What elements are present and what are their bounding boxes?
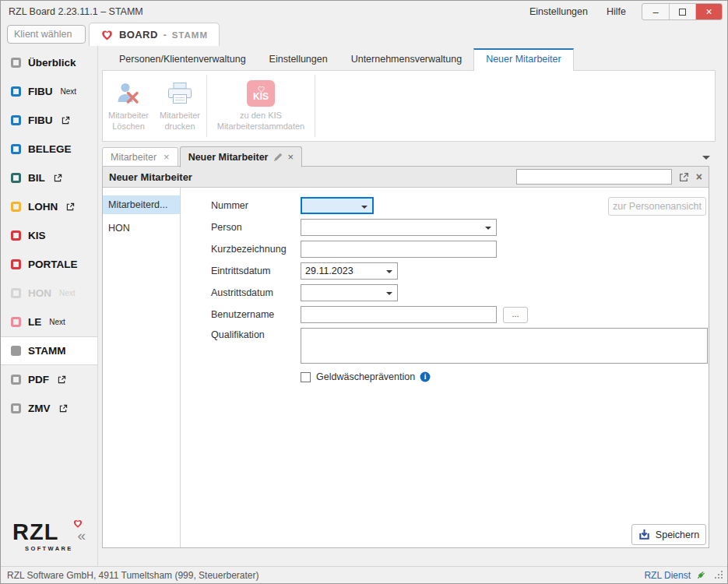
nav-item-mitarbeiterdaten[interactable]: Mitarbeiterd...	[103, 195, 180, 214]
ribbon-separator	[315, 75, 315, 137]
sidebar-item-fibu[interactable]: FIBU	[1, 106, 97, 135]
hon-next-module-icon	[11, 288, 21, 298]
kis-logo-icon: KIS	[247, 80, 275, 107]
status-bar: RZL Software GmbH, 4911 Tumeltsham (999,…	[1, 566, 727, 583]
geldwaesche-checkbox[interactable]	[301, 372, 311, 382]
chevron-down-icon	[386, 270, 392, 273]
external-link-icon	[62, 116, 70, 125]
rzl-dienst-link[interactable]: RZL Dienst	[644, 570, 691, 581]
window-title: RZL Board 2.23.11.1 – STAMM	[9, 6, 143, 17]
ribbon-tab-unternehmensverwaltung[interactable]: Unternehmensverwaltung	[339, 49, 473, 70]
external-link-icon	[54, 174, 62, 182]
tab-close-icon[interactable]: ×	[164, 151, 170, 163]
nummer-label: Nummer	[211, 200, 301, 211]
panel-body: Mitarbeiterd... HON Nummer Person	[103, 188, 709, 547]
main-area: Personen/Klientenverwaltung Einstellunge…	[98, 46, 727, 566]
pdf-module-icon	[11, 375, 21, 385]
ribbon-tab-personen-klientenverwaltung[interactable]: Personen/Klientenverwaltung	[107, 49, 258, 70]
panel-search-input[interactable]	[516, 169, 672, 185]
mitarbeiter-drucken-button[interactable]: Mitarbeiterdrucken	[154, 73, 206, 139]
ribbon-tab-strip: Personen/Klientenverwaltung Einstellunge…	[98, 46, 727, 70]
info-icon[interactable]: i	[420, 371, 431, 382]
external-link-icon	[58, 375, 66, 384]
board-tab-product: BOARD	[119, 29, 158, 40]
chevron-down-icon	[485, 227, 491, 230]
ribbon-tab-einstellungen[interactable]: Einstellungen	[258, 49, 339, 70]
maximize-button[interactable]	[669, 4, 695, 19]
save-button[interactable]: Speichern	[631, 524, 706, 545]
resize-grip[interactable]	[715, 571, 723, 579]
client-select-input[interactable]	[7, 25, 86, 44]
sidebar-item-bil[interactable]: BIL	[1, 164, 97, 192]
benutzername-browse-button[interactable]: ...	[503, 307, 528, 323]
board-tab-separator: -	[164, 30, 167, 40]
kurzbezeichnung-label: Kurzbezeichnung	[211, 244, 301, 255]
sidebar-item-portale[interactable]: PORTALE	[1, 250, 97, 279]
sidebar-item-zmv[interactable]: ZMV	[1, 394, 97, 423]
stamm-module-icon	[11, 346, 21, 356]
sidebar-item-pdf[interactable]: PDF	[1, 365, 97, 394]
nummer-combobox[interactable]	[301, 197, 374, 214]
sidebar-item-stamm[interactable]: STAMM	[1, 336, 97, 365]
austrittsdatum-datepicker[interactable]	[301, 284, 398, 301]
sidebar-item-hon-next[interactable]: HON Next	[1, 279, 97, 308]
ribbon-toolbar: MitarbeiterLöschen Mitarbeiterdrucken	[102, 70, 716, 142]
pencil-edit-icon	[273, 153, 283, 162]
sidebar-item-le-next[interactable]: LE Next	[1, 308, 97, 336]
qualifikation-textarea[interactable]	[301, 328, 708, 364]
eintrittsdatum-datepicker[interactable]: 29.11.2023	[301, 262, 398, 280]
fibu-next-module-icon	[11, 86, 21, 97]
doc-tab-mitarbeiter[interactable]: Mitarbeiter ×	[102, 147, 178, 167]
person-combobox[interactable]	[301, 219, 497, 236]
sidebar-item-fibu-next[interactable]: FIBU Next	[1, 77, 97, 106]
portale-module-icon	[11, 259, 21, 269]
rzl-board-window: RZL Board 2.23.11.1 – STAMM Einstellunge…	[0, 0, 728, 584]
svg-text:i: i	[424, 373, 427, 381]
sidebar-item-belege[interactable]: BELEGE	[1, 135, 97, 164]
ribbon-separator	[206, 75, 207, 137]
rzl-heart-icon	[100, 29, 114, 41]
nav-item-hon[interactable]: HON	[103, 219, 180, 237]
doc-tab-neuer-mitarbeiter[interactable]: Neuer Mitarbeiter ×	[180, 146, 302, 167]
rzl-logo: RZL SOFTWARE	[12, 521, 73, 552]
austrittsdatum-label: Austrittsdatum	[211, 287, 301, 298]
external-link-icon	[59, 404, 68, 413]
sidebar-item-kis[interactable]: KIS	[1, 221, 97, 250]
chevron-down-icon[interactable]	[702, 156, 710, 160]
kurzbezeichnung-input[interactable]	[301, 241, 497, 258]
close-icon: ×	[705, 5, 712, 18]
board-stamm-tab[interactable]: BOARD - STAMM	[89, 23, 220, 46]
menu-einstellungen[interactable]: Einstellungen	[520, 6, 597, 17]
le-next-module-icon	[11, 317, 21, 327]
neuer-mitarbeiter-panel: Neuer Mitarbeiter × Mitarbeiterd... HON …	[102, 166, 709, 548]
qualifikation-label: Qualifikation	[211, 328, 301, 340]
page-title: Neuer Mitarbeiter	[109, 171, 192, 183]
printer-icon	[167, 82, 193, 105]
kis-module-icon	[11, 230, 21, 241]
ribbon-tab-neuer-mitarbeiter[interactable]: Neuer Mitarbeiter	[473, 48, 574, 71]
module-sidebar: Überblick FIBU Next FIBU BELEGE BIL LOHN	[1, 46, 98, 566]
benutzername-input[interactable]	[301, 306, 497, 323]
mitarbeiter-loeschen-button[interactable]: MitarbeiterLöschen	[103, 73, 154, 139]
kis-stammdaten-button[interactable]: KIS zu den KISMitarbeiterstammdaten	[208, 73, 314, 139]
board-tab-module: STAMM	[172, 30, 208, 40]
lohn-module-icon	[11, 202, 21, 212]
sidebar-item-ueberblick[interactable]: Überblick	[1, 48, 97, 77]
app-header-row: BOARD - STAMM	[1, 23, 727, 46]
minimize-button[interactable]: –	[642, 4, 669, 19]
minimize-icon: –	[652, 6, 658, 18]
person-delete-icon	[116, 81, 141, 106]
chevron-down-icon	[361, 206, 368, 209]
panel-close-icon[interactable]: ×	[696, 171, 702, 182]
eintrittsdatum-label: Eintrittsdatum	[211, 266, 301, 276]
menu-hilfe[interactable]: Hilfe	[597, 6, 635, 17]
popout-icon[interactable]	[679, 172, 689, 182]
tab-close-icon[interactable]: ×	[287, 151, 294, 163]
sidebar-collapse-chevron[interactable]: «	[77, 528, 86, 543]
sidebar-item-lohn[interactable]: LOHN	[1, 192, 97, 221]
zmv-module-icon	[11, 403, 21, 413]
rzl-logo-area: RZL SOFTWARE «	[1, 521, 98, 554]
statusbar-company: RZL Software GmbH, 4911 Tumeltsham (999,…	[7, 570, 258, 581]
close-button[interactable]: ×	[695, 4, 722, 19]
zur-personenansicht-button[interactable]: zur Personenansicht	[608, 197, 706, 216]
